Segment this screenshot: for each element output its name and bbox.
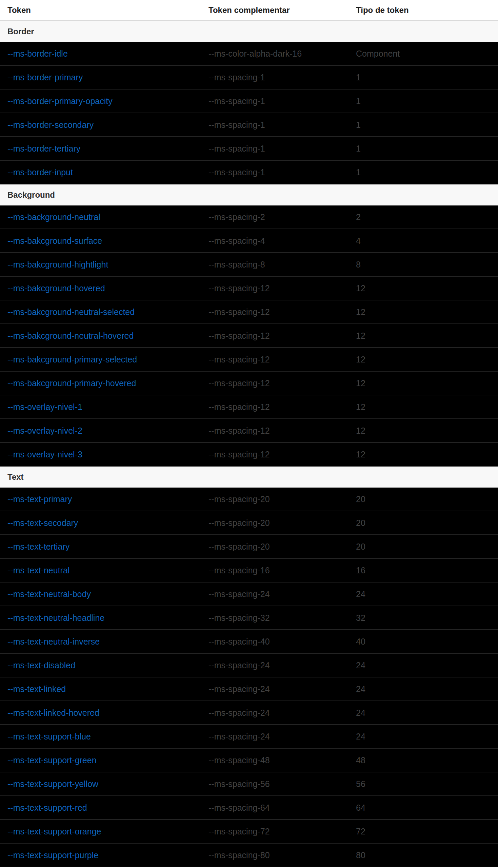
token-link[interactable]: --ms-bakcground-primary-hovered — [8, 378, 136, 388]
token-link[interactable]: --ms-text-neutral-headline — [8, 613, 104, 622]
token-link[interactable]: --ms-text-neutral-inverse — [8, 637, 100, 646]
token-table: Token Token complementar Tipo de token B… — [0, 0, 498, 868]
table-row: --ms-text-neutral --ms-spacing-16 16 — [0, 559, 498, 582]
token-link[interactable]: --ms-text-primary — [8, 494, 72, 504]
section-header: Background — [0, 184, 498, 206]
token-cell: --ms-text-neutral-inverse — [0, 637, 201, 647]
token-type-value: 1 — [349, 96, 498, 106]
token-link[interactable]: --ms-border-input — [8, 168, 73, 177]
table-row: --ms-bakcground-primary-selected --ms-sp… — [0, 348, 498, 372]
token-cell: --ms-text-support-purple — [0, 850, 201, 860]
token-type-value: 32 — [349, 613, 498, 623]
token-cell: --ms-bakcground-neutral-hovered — [0, 331, 201, 341]
token-cell: --ms-text-support-green — [0, 755, 201, 765]
token-link[interactable]: --ms-border-idle — [8, 49, 68, 58]
token-type-value: 24 — [349, 589, 498, 599]
token-complementar-value: --ms-spacing-1 — [201, 120, 349, 130]
table-row: --ms-border-primary --ms-spacing-1 1 — [0, 66, 498, 90]
token-link[interactable]: --ms-text-linked — [8, 684, 66, 694]
token-cell: --ms-text-neutral-body — [0, 589, 201, 599]
token-link[interactable]: --ms-border-secondary — [8, 120, 94, 130]
token-complementar-value: --ms-spacing-2 — [201, 212, 349, 222]
token-complementar-value: --ms-spacing-24 — [201, 684, 349, 694]
token-link[interactable]: --ms-text-support-blue — [8, 732, 91, 741]
table-row: --ms-text-linked-hovered --ms-spacing-24… — [0, 701, 498, 725]
token-cell: --ms-border-primary-opacity — [0, 96, 201, 106]
token-complementar-value: --ms-spacing-24 — [201, 732, 349, 741]
token-complementar-value: --ms-spacing-1 — [201, 73, 349, 82]
token-link[interactable]: --ms-text-support-purple — [8, 850, 98, 860]
token-type-value: 1 — [349, 144, 498, 154]
token-complementar-value: --ms-spacing-8 — [201, 260, 349, 269]
section-title: Background — [0, 190, 55, 200]
token-cell: --ms-border-secondary — [0, 120, 201, 130]
token-link[interactable]: --ms-background-neutral — [8, 212, 100, 222]
token-cell: --ms-border-input — [0, 168, 201, 177]
token-cell: --ms-background-neutral — [0, 212, 201, 222]
table-row: --ms-bakcground-hightlight --ms-spacing-… — [0, 253, 498, 277]
token-link[interactable]: --ms-border-primary-opacity — [8, 96, 113, 106]
table-row: --ms-bakcground-hovered --ms-spacing-12 … — [0, 277, 498, 300]
token-complementar-value: --ms-spacing-12 — [201, 355, 349, 365]
token-type-value: 12 — [349, 450, 498, 459]
token-complementar-value: --ms-spacing-12 — [201, 450, 349, 459]
token-link[interactable]: --ms-text-linked-hovered — [8, 708, 99, 718]
table-row: --ms-bakcground-primary-hovered --ms-spa… — [0, 372, 498, 395]
token-complementar-value: --ms-spacing-72 — [201, 827, 349, 837]
token-link[interactable]: --ms-text-disabled — [8, 660, 75, 670]
token-link[interactable]: --ms-text-support-green — [8, 755, 96, 765]
token-type-value: 12 — [349, 402, 498, 412]
table-row: --ms-text-neutral-inverse --ms-spacing-4… — [0, 630, 498, 654]
table-row: --ms-border-primary-opacity --ms-spacing… — [0, 90, 498, 113]
token-cell: --ms-text-support-red — [0, 803, 201, 813]
table-body: Border --ms-border-idle --ms-color-alpha… — [0, 21, 498, 867]
token-link[interactable]: --ms-text-secodary — [8, 518, 78, 528]
token-link[interactable]: --ms-text-neutral-body — [8, 589, 91, 599]
token-link[interactable]: --ms-text-support-red — [8, 803, 87, 812]
token-link[interactable]: --ms-overlay-nivel-3 — [8, 450, 82, 459]
token-link[interactable]: --ms-text-tertiary — [8, 542, 69, 551]
token-complementar-value: --ms-spacing-16 — [201, 566, 349, 575]
token-complementar-value: --ms-spacing-32 — [201, 613, 349, 623]
token-link[interactable]: --ms-text-support-orange — [8, 827, 101, 836]
token-complementar-value: --ms-spacing-12 — [201, 284, 349, 293]
token-cell: --ms-text-secodary — [0, 518, 201, 528]
token-link[interactable]: --ms-overlay-nivel-1 — [8, 402, 82, 412]
token-complementar-value: --ms-spacing-80 — [201, 850, 349, 860]
token-complementar-value: --ms-spacing-12 — [201, 307, 349, 317]
token-link[interactable]: --ms-border-primary — [8, 73, 83, 82]
token-link[interactable]: --ms-bakcground-hightlight — [8, 260, 108, 269]
table-row: --ms-text-support-red --ms-spacing-64 64 — [0, 796, 498, 820]
table-row: --ms-text-linked --ms-spacing-24 24 — [0, 678, 498, 701]
token-link[interactable]: --ms-text-support-yellow — [8, 779, 98, 789]
token-cell: --ms-overlay-nivel-3 — [0, 450, 201, 459]
table-row: --ms-border-tertiary --ms-spacing-1 1 — [0, 137, 498, 161]
token-link[interactable]: --ms-overlay-nivel-2 — [8, 426, 82, 435]
table-row: --ms-text-support-blue --ms-spacing-24 2… — [0, 725, 498, 749]
token-link[interactable]: --ms-border-tertiary — [8, 144, 80, 153]
token-cell: --ms-text-support-yellow — [0, 779, 201, 789]
token-link[interactable]: --ms-bakcground-neutral-hovered — [8, 331, 134, 340]
token-link[interactable]: --ms-bakcground-surface — [8, 236, 102, 246]
token-cell: --ms-overlay-nivel-1 — [0, 402, 201, 412]
token-link[interactable]: --ms-bakcground-neutral-selected — [8, 307, 134, 317]
token-cell: --ms-text-primary — [0, 494, 201, 504]
token-complementar-value: --ms-spacing-1 — [201, 96, 349, 106]
token-type-value: 12 — [349, 426, 498, 436]
token-complementar-value: --ms-spacing-12 — [201, 426, 349, 436]
token-link[interactable]: --ms-text-neutral — [8, 566, 69, 575]
token-complementar-value: --ms-color-alpha-dark-16 — [201, 49, 349, 59]
token-link[interactable]: --ms-bakcground-hovered — [8, 284, 105, 293]
token-complementar-value: --ms-spacing-20 — [201, 542, 349, 552]
section-title: Border — [0, 27, 34, 36]
token-complementar-value: --ms-spacing-12 — [201, 378, 349, 388]
table-row: --ms-text-support-yellow --ms-spacing-56… — [0, 772, 498, 796]
table-row: --ms-text-tertiary --ms-spacing-20 20 — [0, 535, 498, 559]
token-type-value: 12 — [349, 284, 498, 293]
table-row: --ms-text-support-green --ms-spacing-48 … — [0, 749, 498, 772]
table-row: --ms-text-neutral-body --ms-spacing-24 2… — [0, 582, 498, 606]
token-type-value: 80 — [349, 850, 498, 860]
token-link[interactable]: --ms-bakcground-primary-selected — [8, 355, 137, 364]
token-complementar-value: --ms-spacing-24 — [201, 708, 349, 718]
table-row: --ms-background-neutral --ms-spacing-2 2 — [0, 206, 498, 229]
